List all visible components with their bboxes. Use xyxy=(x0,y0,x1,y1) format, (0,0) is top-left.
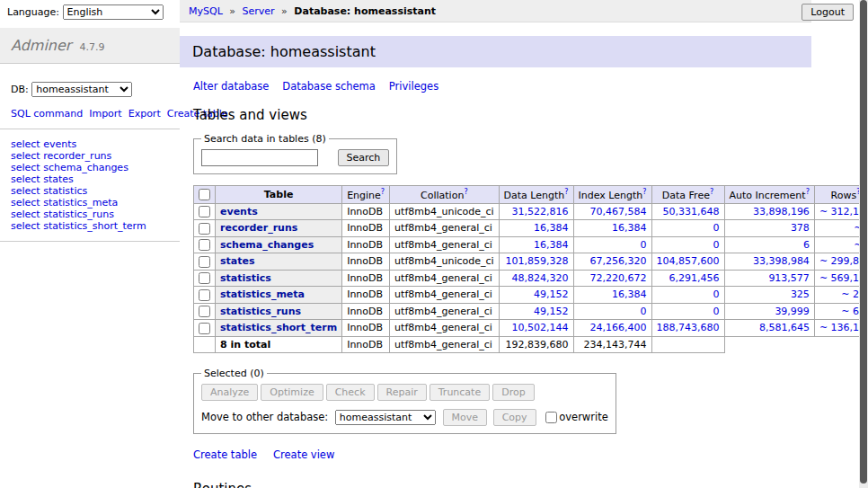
data-free-link[interactable]: 0 xyxy=(713,222,720,234)
row-select-cell xyxy=(194,203,216,220)
auto-increment-link[interactable]: 33,898,196 xyxy=(753,206,810,217)
main-content: Database: homeassistant Alter databaseDa… xyxy=(180,22,811,488)
row-select-checkbox[interactable] xyxy=(199,272,210,284)
index-length-link[interactable]: 16,384 xyxy=(612,288,647,300)
search-input[interactable] xyxy=(201,149,318,166)
bulk-action-button[interactable]: Optimize xyxy=(261,384,323,401)
breadcrumb-server-link[interactable]: Server xyxy=(243,5,275,17)
data-length-link[interactable]: 49,152 xyxy=(534,306,569,317)
data-free-link[interactable]: 6,291,456 xyxy=(669,272,720,284)
data-free-link[interactable]: 0 xyxy=(713,239,720,251)
help-icon[interactable]: ? xyxy=(806,188,810,196)
index-length-link[interactable]: 70,467,584 xyxy=(590,206,647,217)
help-icon[interactable]: ? xyxy=(564,188,568,196)
create-link[interactable]: Create view xyxy=(273,448,334,461)
data-length-link[interactable]: 10,502,144 xyxy=(512,322,569,333)
sidebar-link[interactable]: Export xyxy=(128,108,161,120)
language-select[interactable]: English xyxy=(63,4,164,20)
sidebar-table-link[interactable]: select events xyxy=(11,139,169,151)
bulk-action-button[interactable]: Repair xyxy=(377,384,427,401)
data-length-link[interactable]: 49,152 xyxy=(534,288,569,300)
auto-increment-link[interactable]: 8,581,645 xyxy=(759,322,810,333)
overwrite-checkbox[interactable] xyxy=(545,412,557,423)
sidebar-table-link[interactable]: select states xyxy=(11,174,169,186)
sidebar-table-link[interactable]: select statistics_meta xyxy=(11,198,169,209)
row-select-checkbox[interactable] xyxy=(199,306,210,317)
auto-increment-link[interactable]: 913,577 xyxy=(768,272,810,284)
row-select-checkbox[interactable] xyxy=(199,223,210,235)
sidebar-table-link[interactable]: select statistics_short_term xyxy=(11,221,169,233)
help-icon[interactable]: ? xyxy=(381,188,385,196)
table-name-link[interactable]: statistics xyxy=(220,272,271,284)
table-name-link[interactable]: statistics_runs xyxy=(220,306,301,317)
table-name-link[interactable]: events xyxy=(220,206,258,217)
data-free-link[interactable]: 0 xyxy=(713,306,720,317)
bulk-action-button[interactable]: Drop xyxy=(492,384,534,401)
row-select-checkbox[interactable] xyxy=(199,206,210,217)
vertical-scrollbar[interactable] xyxy=(859,0,868,488)
db-action-link[interactable]: Database schema xyxy=(282,80,375,93)
data-free-link[interactable]: 0 xyxy=(713,288,720,300)
move-button[interactable]: Move xyxy=(443,409,488,426)
db-select[interactable]: homeassistant xyxy=(31,82,132,97)
index-length-link[interactable]: 16,384 xyxy=(612,222,647,234)
db-action-link[interactable]: Privileges xyxy=(389,80,438,93)
data-length-link[interactable]: 101,859,328 xyxy=(506,255,569,267)
auto-increment-link[interactable]: 6 xyxy=(803,239,810,251)
table-name-link[interactable]: schema_changes xyxy=(220,239,314,251)
total-collation-cell: utf8mb4_general_ci xyxy=(390,336,499,352)
scrollbar-thumb[interactable] xyxy=(860,0,867,484)
row-select-checkbox[interactable] xyxy=(199,256,210,268)
auto-increment-link[interactable]: 39,999 xyxy=(775,306,810,317)
data-length-link[interactable]: 48,824,320 xyxy=(512,272,569,284)
db-actions: Alter databaseDatabase schemaPrivileges xyxy=(193,80,811,93)
data-free-link[interactable]: 50,331,648 xyxy=(663,206,720,217)
col-header-table: Table xyxy=(216,186,342,204)
data-free-link[interactable]: 188,743,680 xyxy=(657,322,720,333)
row-select-checkbox[interactable] xyxy=(199,323,210,334)
sidebar-link[interactable]: SQL command xyxy=(11,108,83,120)
sidebar-table-link[interactable]: select recorder_runs xyxy=(11,151,169,163)
index-length-link[interactable]: 0 xyxy=(641,239,647,251)
index-length-link[interactable]: 24,166,400 xyxy=(590,322,647,333)
data-length-link[interactable]: 16,384 xyxy=(534,239,569,251)
bulk-action-button[interactable]: Check xyxy=(326,384,375,401)
row-select-checkbox[interactable] xyxy=(199,289,210,301)
row-select-checkbox[interactable] xyxy=(199,239,210,251)
index-length-link[interactable]: 67,256,320 xyxy=(590,255,647,267)
data-free-link[interactable]: 104,857,600 xyxy=(657,255,720,267)
create-link[interactable]: Create table xyxy=(193,448,257,461)
index-length-link[interactable]: 72,220,672 xyxy=(590,272,647,284)
auto-increment-link[interactable]: 325 xyxy=(791,288,810,300)
sidebar-table-link[interactable]: select schema_changes xyxy=(11,163,169,174)
table-name-link[interactable]: recorder_runs xyxy=(220,222,297,234)
logout-button[interactable]: Logout xyxy=(802,4,854,21)
move-db-select[interactable]: homeassistant xyxy=(335,410,436,425)
table-name-link[interactable]: states xyxy=(220,255,255,267)
auto-increment-link[interactable]: 33,398,984 xyxy=(753,255,810,267)
db-action-link[interactable]: Alter database xyxy=(193,80,269,93)
search-button[interactable]: Search xyxy=(338,149,390,166)
sidebar-table-link[interactable]: select statistics_runs xyxy=(11,209,169,221)
adminer-logo-link[interactable]: Adminer xyxy=(11,37,71,54)
select-all-checkbox[interactable] xyxy=(199,189,210,200)
data-length-link[interactable]: 31,522,816 xyxy=(512,206,569,217)
data-length-link[interactable]: 16,384 xyxy=(534,222,569,234)
help-icon[interactable]: ? xyxy=(642,188,646,196)
bulk-action-button[interactable]: Truncate xyxy=(430,384,490,401)
bulk-action-button[interactable]: Analyze xyxy=(201,384,258,401)
tables-heading: Tables and views xyxy=(193,107,811,123)
help-icon[interactable]: ? xyxy=(710,188,713,196)
breadcrumb-mysql-link[interactable]: MySQL xyxy=(189,5,223,17)
col-header-index-length: Index Length? xyxy=(573,186,651,204)
copy-button[interactable]: Copy xyxy=(493,409,536,426)
auto-increment-link[interactable]: 378 xyxy=(791,222,810,234)
sidebar-table-link[interactable]: select statistics xyxy=(11,186,169,198)
overwrite-option[interactable]: overwrite xyxy=(545,411,608,423)
help-icon[interactable]: ? xyxy=(464,188,467,196)
table-name-link[interactable]: statistics_short_term xyxy=(220,322,337,333)
table-name-link[interactable]: statistics_meta xyxy=(220,288,305,300)
sidebar-link[interactable]: Import xyxy=(89,108,122,120)
table-name-cell: states xyxy=(216,253,342,271)
index-length-link[interactable]: 0 xyxy=(641,306,647,317)
